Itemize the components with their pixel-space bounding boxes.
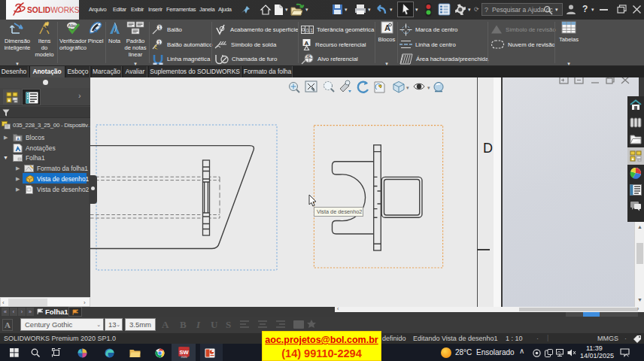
svg-text:A: A: [384, 23, 390, 32]
svg-text:▾: ▾: [406, 85, 409, 90]
svg-text:1: 1: [158, 40, 161, 45]
svg-text:A1: A1: [307, 54, 311, 58]
svg-text:0.1: 0.1: [306, 27, 314, 32]
svg-text:▾: ▾: [427, 85, 430, 90]
svg-text:1: 1: [158, 25, 161, 30]
svg-text:SOLIDWORKS: SOLIDWORKS: [27, 6, 79, 14]
svg-text:A: A: [17, 137, 20, 141]
svg-text:2020: 2020: [181, 356, 187, 359]
svg-text:A: A: [93, 27, 98, 34]
svg-text:SW: SW: [179, 349, 189, 356]
